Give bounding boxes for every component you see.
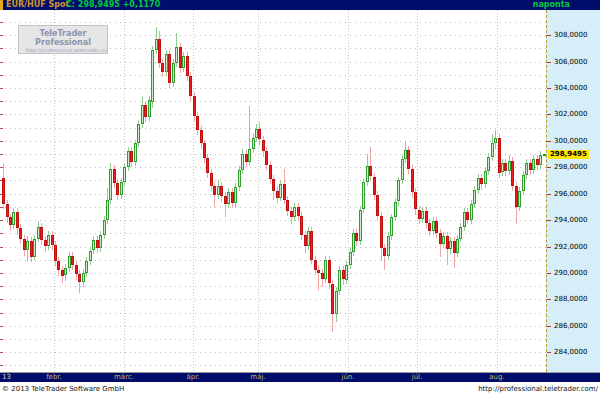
left-axis-tick	[0, 313, 3, 314]
candle-body	[387, 236, 390, 256]
candle-body	[19, 228, 22, 239]
price-tick	[547, 273, 551, 274]
candle-body	[210, 173, 213, 186]
price-tick	[547, 299, 551, 300]
candle-body	[234, 187, 237, 203]
timeframe-label[interactable]: naponta	[533, 0, 570, 10]
left-axis-tick	[0, 220, 3, 221]
price-label: 296,0000	[554, 190, 587, 198]
candle-body	[238, 170, 241, 187]
candle-body	[522, 175, 525, 191]
month-label: 13	[2, 373, 11, 382]
candle-body	[314, 260, 317, 271]
left-axis-tick	[0, 62, 3, 63]
left-axis-tick	[0, 88, 3, 89]
candle-wick	[318, 265, 319, 290]
candle-body	[106, 200, 109, 220]
h-gridline	[0, 247, 546, 248]
candle-body	[484, 171, 487, 184]
price-tick	[547, 88, 551, 89]
month-label: júl.	[412, 373, 423, 382]
candle-body	[40, 227, 43, 240]
candle-body	[376, 195, 379, 216]
candle-body	[75, 265, 78, 274]
price-tick	[547, 247, 551, 248]
candle-body	[380, 216, 383, 248]
accent-stripe	[0, 0, 3, 10]
candle-body	[262, 140, 265, 152]
candle-body	[373, 177, 376, 196]
h-gridline	[0, 313, 546, 314]
price-axis[interactable]: 308,0000306,0000304,0000302,0000300,0000…	[546, 10, 600, 372]
price-label: 284,0000	[554, 348, 587, 356]
candle-body	[189, 76, 192, 96]
status-footer: © 2013 TeleTrader Software GmbH http://p…	[0, 382, 600, 400]
price-tick	[547, 167, 551, 168]
candle-body	[103, 220, 106, 235]
plot-area[interactable]: TeleTrader Professional http://professio…	[0, 10, 546, 372]
candle-body	[151, 50, 154, 103]
watermark-title: TeleTrader Professional	[19, 29, 107, 47]
left-axis-tick	[0, 260, 3, 261]
h-gridline	[0, 233, 546, 234]
candle-body	[473, 190, 476, 205]
candle-body	[518, 191, 521, 207]
v-gridline	[193, 10, 194, 372]
candle-body	[335, 291, 338, 314]
candle-body	[123, 167, 126, 182]
left-axis-tick	[0, 141, 3, 142]
candle-body	[286, 200, 289, 211]
candle-body	[113, 169, 116, 184]
v-gridline	[124, 10, 125, 372]
left-axis-tick	[0, 286, 3, 287]
watermark: TeleTrader Professional http://professio…	[18, 25, 108, 54]
left-axis-tick	[0, 22, 3, 23]
candle-body	[456, 239, 459, 254]
candle-body	[85, 261, 88, 273]
price-label: 286,0000	[554, 322, 587, 330]
h-gridline	[0, 299, 546, 300]
current-price-badge: 298,9495	[548, 150, 589, 159]
candle-body	[459, 227, 462, 239]
candle-body	[407, 150, 410, 169]
h-gridline	[0, 154, 546, 155]
candle-body	[369, 166, 372, 177]
price-tick	[547, 194, 551, 195]
candle-body	[89, 251, 92, 262]
h-gridline	[0, 339, 546, 340]
h-gridline	[0, 326, 546, 327]
left-axis-tick	[0, 233, 3, 234]
candle-body	[54, 245, 57, 261]
h-gridline	[0, 141, 546, 142]
h-gridline	[0, 62, 546, 63]
candle-body	[394, 202, 397, 218]
time-axis[interactable]: 13febr.márc.ápr.máj.jún.júl.aug.	[0, 372, 600, 382]
candle-body	[220, 186, 223, 197]
price-label: 304,0000	[554, 84, 587, 92]
candle-body	[137, 124, 140, 144]
candle-body	[57, 261, 60, 270]
v-gridline	[258, 10, 259, 372]
candle-body	[491, 143, 494, 156]
candle-body	[64, 268, 67, 276]
candle-body	[196, 116, 199, 131]
candle-body	[16, 212, 19, 228]
candle-body	[310, 231, 313, 260]
h-gridline	[0, 88, 546, 89]
candle-body	[82, 273, 85, 282]
candle-body	[200, 130, 203, 143]
month-label: máj.	[250, 373, 265, 382]
candle-body	[345, 265, 348, 280]
price-label: 308,0000	[554, 31, 587, 39]
month-label: jún.	[341, 373, 354, 382]
v-gridline	[54, 10, 55, 372]
left-axis-tick	[0, 35, 3, 36]
candle-body	[172, 63, 175, 83]
candle-body	[349, 252, 352, 265]
candle-body	[206, 158, 209, 173]
candle-body	[362, 182, 365, 210]
candle-body	[397, 180, 400, 201]
footer-url[interactable]: http://professional.teletrader.com/	[478, 385, 598, 393]
price-tick	[547, 220, 551, 221]
price-label: 290,0000	[554, 269, 587, 277]
